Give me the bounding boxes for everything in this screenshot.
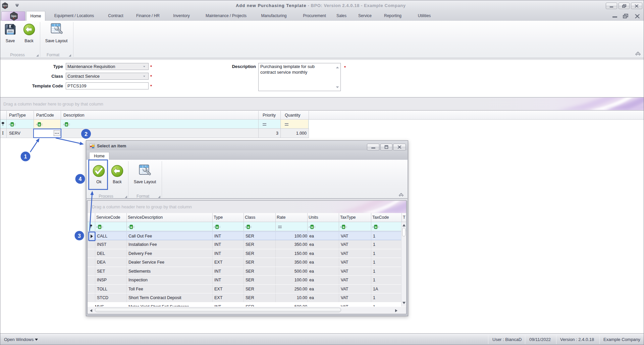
svg-text:4: 4	[79, 176, 82, 182]
svg-text:bpo: bpo	[11, 14, 17, 18]
svg-text:1: 1	[24, 154, 27, 159]
svg-text:3: 3	[78, 233, 81, 239]
